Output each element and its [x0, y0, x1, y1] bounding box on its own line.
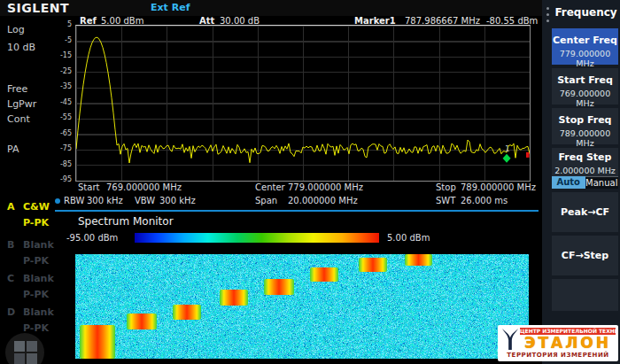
vendor-badge-tagline-bottom: ТЕРРИТОРИЯ ИЗМЕРЕНИЙ — [500, 352, 616, 360]
trace-d-detector: P-PK — [23, 322, 49, 334]
trace-d-mode: Blank — [23, 306, 54, 318]
rbw-label: RBW — [64, 196, 84, 206]
softkey-freq-step[interactable]: Freq Step 2.000000 MHz Auto Manual — [552, 148, 618, 189]
y-axis-ticks: 5-5-15-25-35-45-55-65-75-85-95 — [53, 25, 74, 180]
stop-freq-label: Stop Freq — [552, 114, 618, 126]
softkey-menu: Frequency Center Freq 779.000000 MHz Sta… — [542, 0, 620, 364]
amp-scale-type: Log — [7, 24, 25, 35]
vendor-badge-name: ЭТАЛОН — [520, 335, 616, 352]
amp-scale-div: 10 dB — [7, 42, 35, 53]
signal-hop-block — [173, 305, 201, 320]
span-value: 20.000000 MHz — [288, 196, 358, 206]
softkey-cf-to-step[interactable]: CF→Step — [552, 236, 618, 275]
signal-hop-block — [127, 314, 157, 329]
manual-option[interactable]: Manual — [585, 176, 619, 189]
y-tick: -55 — [53, 114, 72, 121]
spectrogram-noise-canvas — [75, 254, 529, 359]
colorbar-max-label: 5.00 dBm — [387, 233, 430, 243]
signal-hop-block — [405, 254, 432, 266]
trace-a-id: A — [7, 201, 15, 213]
freq-step-value: 2.000000 MHz — [552, 166, 618, 175]
signal-hop-block — [220, 290, 248, 306]
y-tick: -5 — [53, 37, 72, 44]
trace-end-tick — [526, 152, 530, 158]
y-tick: -45 — [53, 99, 72, 106]
vendor-badge-text: ЦЕНТР ИЗМЕРИТЕЛЬНОЙ ТЕХНИКИ ЭТАЛОН — [520, 328, 616, 352]
menu-handle[interactable] — [544, 7, 551, 30]
center-freq-label: Center Freq — [552, 35, 618, 46]
span-label: Span — [255, 196, 277, 206]
spectrum-monitor-title: Spectrum Monitor — [78, 215, 174, 228]
colorbar-min-label: -95.00 dBm — [66, 233, 118, 243]
analyzer-screen: SIGLENT Ext Ref Ref 5.00 dBm Att 30.00 d… — [0, 0, 620, 364]
y-tick: -65 — [53, 130, 72, 137]
trace-b-id: B — [7, 239, 14, 251]
menu-grid-button[interactable] — [5, 333, 44, 364]
trace-a-mode: C&W — [23, 201, 50, 213]
signal-hop-block — [264, 279, 294, 295]
stop-value: 789.000000 MHz — [461, 182, 536, 193]
ext-ref-status: Ext Ref — [151, 2, 190, 13]
trace-a-detector: P-PK — [23, 217, 49, 228]
trace-a-line — [76, 37, 530, 163]
cf-to-step-label: CF→Step — [562, 250, 608, 261]
y-tick: -35 — [53, 83, 72, 90]
swt-label: SWT — [436, 196, 455, 206]
vbw-value: 300 kHz — [159, 196, 196, 206]
softkey-start-freq[interactable]: Start Freq 769.000000 MHz — [552, 68, 618, 105]
trace-c-mode: Blank — [23, 273, 54, 284]
trace-b-detector: P-PK — [23, 255, 49, 267]
y-tick: -25 — [53, 68, 72, 75]
vbw-label: VBW — [135, 196, 155, 206]
rbw-value: 300 kHz — [87, 196, 123, 206]
softkey-stop-freq[interactable]: Stop Freq 789.000000 MHz — [552, 108, 618, 144]
y-tick: -15 — [53, 52, 72, 59]
trace-c-detector: P-PK — [23, 289, 49, 300]
start-freq-value: 769.000000 MHz — [552, 89, 618, 108]
rbw-coupling-dot — [55, 198, 60, 204]
softkey-center-freq[interactable]: Center Freq 779.000000 MHz — [552, 28, 618, 65]
y-tick: -95 — [53, 176, 72, 183]
signal-hop-block — [80, 325, 115, 359]
y-tick: -85 — [53, 161, 72, 168]
power-mode: LgPwr — [7, 98, 36, 110]
menu-title: Frequency — [552, 0, 620, 27]
softkey-empty[interactable] — [552, 279, 618, 311]
start-label: Start — [78, 182, 99, 193]
center-value: 779.000000 MHz — [288, 182, 363, 193]
marker1-diamond-icon[interactable] — [503, 154, 511, 163]
softkey-peak-to-cf[interactable]: Peak→CF — [552, 192, 618, 232]
signal-hop-block — [310, 267, 338, 282]
swt-value: 26.000 ms — [461, 196, 508, 206]
center-freq-value: 779.000000 MHz — [552, 49, 618, 68]
brand-logo: SIGLENT — [7, 1, 69, 15]
softkey-list: Center Freq 779.000000 MHz Start Freq 76… — [552, 28, 618, 311]
trace-c-id: C — [7, 273, 14, 284]
sweep-mode: Cont — [7, 113, 30, 125]
preamp-status: PA — [7, 143, 19, 155]
tuning-fork-icon — [500, 327, 520, 352]
freq-step-label: Freq Step — [552, 151, 618, 163]
start-value: 769.000000 MHz — [106, 182, 182, 193]
auto-option[interactable]: Auto — [552, 176, 585, 189]
spectrum-plot: 1 — [75, 25, 531, 182]
stop-label: Stop — [436, 182, 456, 193]
signal-hop-block — [359, 258, 387, 272]
vertical-dots-icon — [546, 7, 549, 10]
peak-to-cf-label: Peak→CF — [561, 206, 609, 218]
marker1-number: 1 — [505, 144, 510, 153]
stop-freq-value: 789.000000 MHz — [552, 128, 618, 148]
y-tick: -75 — [53, 145, 72, 152]
trigger-mode: Free — [7, 83, 27, 95]
y-tick: 5 — [53, 21, 72, 28]
spectrum-trace: 1 — [76, 26, 530, 181]
vendor-badge-main: ЦЕНТР ИЗМЕРИТЕЛЬНОЙ ТЕХНИКИ ЭТАЛОН — [500, 327, 616, 352]
vendor-badge: ЦЕНТР ИЗМЕРИТЕЛЬНОЙ ТЕХНИКИ ЭТАЛОН ТЕРРИ… — [498, 325, 618, 361]
grid-icon — [14, 341, 37, 364]
header-bar: SIGLENT Ext Ref — [0, 0, 542, 16]
start-freq-label: Start Freq — [552, 74, 618, 86]
center-label: Center — [255, 182, 285, 193]
section-divider — [55, 210, 539, 212]
amplitude-colorbar — [135, 233, 379, 243]
auto-manual-toggle: Auto Manual — [552, 176, 618, 189]
